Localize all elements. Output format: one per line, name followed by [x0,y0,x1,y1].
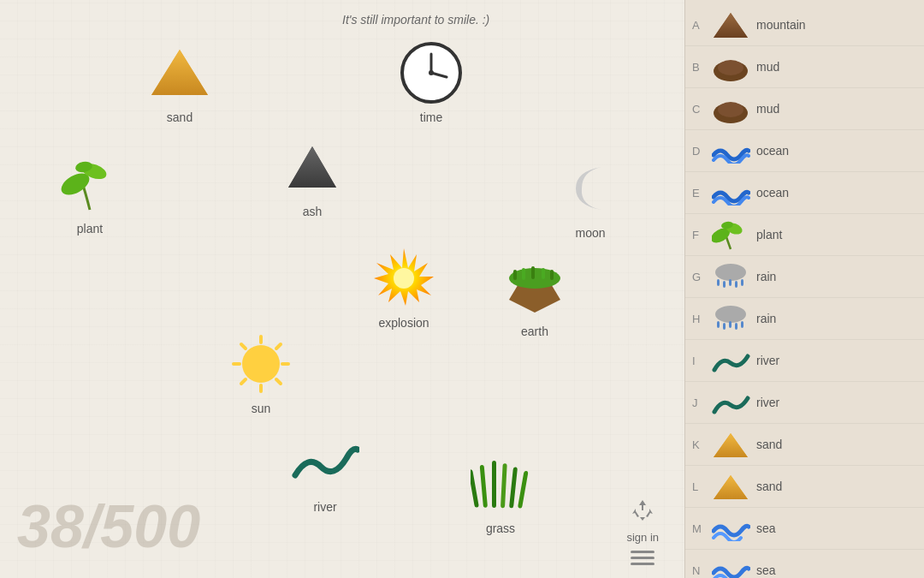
menu-line-2 [631,557,654,559]
sidebar-letter-j: J [692,396,709,409]
item-earth[interactable]: earth [500,253,569,338]
sand-label: sand [167,110,192,124]
svg-marker-1 [151,50,208,95]
svg-rect-18 [542,268,545,279]
sidebar-label-sea-n: sea [756,563,776,577]
sidebar-item-rain-h[interactable]: H rain [685,298,924,340]
sidebar-letter-n: N [692,564,709,577]
svg-rect-30 [480,464,488,507]
svg-line-28 [241,379,246,384]
svg-line-25 [241,344,246,349]
game-area: sand time plant [0,0,684,578]
recycle-icon [629,497,656,524]
sidebar-letter-a: A [692,19,709,32]
svg-point-20 [242,345,280,383]
sidebar-item-river-j[interactable]: J river [685,382,924,424]
sidebar-item-sand-l[interactable]: L sand [685,466,924,508]
sidebar-item-river-i[interactable]: I river [685,340,924,382]
time-label: time [420,110,442,124]
svg-rect-45 [717,279,720,286]
svg-rect-51 [717,321,720,328]
sidebar-letter-d: D [692,145,709,158]
grass-icon [466,450,535,518]
sidebar-item-mud-b[interactable]: B mud [685,46,924,88]
svg-rect-48 [735,281,737,288]
sidebar-letter-c: C [692,103,709,116]
svg-marker-36 [714,13,748,38]
item-grass[interactable]: grass [466,450,535,535]
item-sun[interactable]: sun [227,330,295,415]
svg-marker-10 [288,146,336,188]
sidebar-label-sea-m: sea [756,521,776,535]
sidebar-item-ocean-d[interactable]: D ocean [685,130,924,172]
ash-label: ash [303,205,323,218]
svg-rect-54 [735,323,737,330]
sidebar-letter-f: F [692,229,709,241]
svg-rect-34 [518,470,529,508]
sidebar-label-river-j: river [756,396,779,409]
svg-rect-16 [522,268,525,280]
svg-rect-19 [550,270,554,280]
signin-button[interactable]: sign in [626,531,659,544]
sidebar-letter-b: B [692,61,709,74]
item-moon[interactable]: moon [556,154,625,240]
moon-label: moon [575,226,605,240]
earth-icon [500,253,569,321]
svg-point-44 [715,264,746,281]
item-ash[interactable]: ash [278,133,346,218]
mountain-icon [709,8,752,42]
sidebar-label-mountain: mountain [756,18,806,32]
menu-line-3 [631,563,654,565]
sidebar-label-plant-f: plant [756,228,782,241]
sidebar-item-sand-k[interactable]: K sand [685,424,924,466]
sand-sidebar-icon-k [709,427,752,462]
svg-rect-17 [531,266,535,279]
svg-rect-32 [500,463,507,508]
svg-rect-31 [492,461,496,508]
menu-icon[interactable] [631,551,654,565]
item-sand[interactable]: sand [145,39,214,124]
svg-rect-15 [513,270,517,280]
sidebar-item-plant-f[interactable]: F plant [685,214,924,256]
sidebar-label-ocean-d: ocean [756,144,789,158]
sidebar-letter-m: M [692,522,709,535]
sidebar-letter-i: I [692,355,709,367]
svg-marker-59 [714,475,748,499]
item-explosion[interactable]: explosion [370,244,438,330]
plant-icon [56,150,124,218]
river-game-icon [291,428,359,497]
sidebar-letter-h: H [692,313,709,325]
ocean-icon-d [709,134,752,168]
moon-icon [556,154,625,223]
sidebar-letter-g: G [692,271,709,283]
signin-area: sign in [626,497,659,565]
ash-icon [278,133,346,201]
sidebar-item-mud-c[interactable]: C mud [685,88,924,130]
sidebar-item-mountain[interactable]: A mountain [685,4,924,46]
sidebar-item-ocean-e[interactable]: E ocean [685,172,924,214]
sidebar-item-sea-n[interactable]: N sea [685,550,924,578]
plant-sidebar-icon [709,217,752,252]
plant-label: plant [77,222,103,235]
river-sidebar-icon-i [709,343,752,378]
svg-rect-47 [729,279,732,286]
item-plant[interactable]: plant [56,150,124,235]
svg-rect-33 [509,467,518,508]
svg-point-50 [715,306,746,323]
svg-rect-29 [471,468,479,507]
sidebar-item-sea-m[interactable]: M sea [685,508,924,550]
sidebar-letter-e: E [692,187,709,200]
svg-point-40 [718,102,743,117]
sidebar-item-rain-g[interactable]: G rain [685,256,924,298]
mud-icon-b [709,50,752,84]
svg-rect-53 [729,321,732,328]
rain-icon-g [709,259,752,294]
sidebar: A mountain B mud [684,0,924,578]
svg-point-38 [718,60,743,75]
item-river[interactable]: river [291,428,359,514]
river-label: river [313,500,336,514]
grass-label: grass [486,521,515,535]
sea-icon-m [709,511,752,545]
item-time[interactable]: time [397,39,465,124]
svg-rect-49 [741,279,743,286]
